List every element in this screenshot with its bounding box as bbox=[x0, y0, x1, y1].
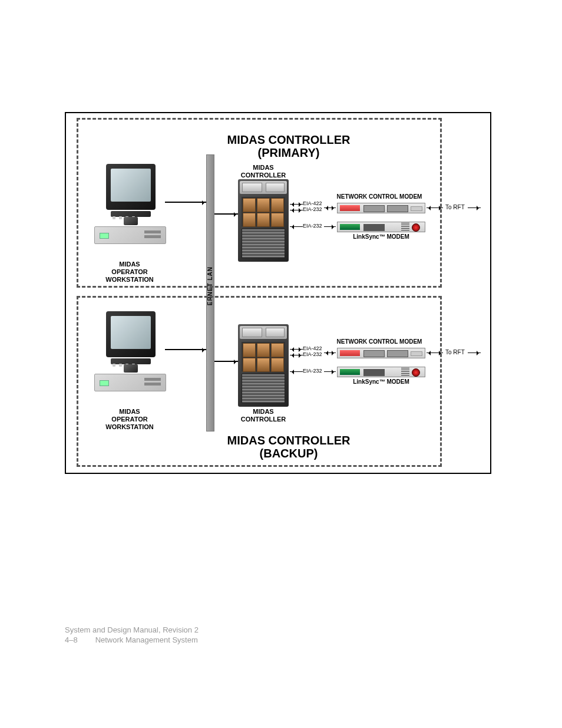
backup-workstation-label: MIDAS OPERATOR WORKSTATION bbox=[94, 408, 165, 431]
document-page: ERNET LAN MIDAS CONTROLLER (PRIMARY) MID… bbox=[0, 0, 562, 728]
connector-line bbox=[324, 353, 336, 353]
connector-line bbox=[290, 371, 303, 372]
backup-controller-label: MIDAS CONTROLLER bbox=[237, 408, 290, 423]
eia-232-label: EIA-232 bbox=[303, 223, 322, 229]
connector-line bbox=[427, 353, 443, 353]
text: WORKSTATION bbox=[105, 423, 153, 430]
backup-controller-rack-icon bbox=[238, 324, 289, 407]
connector-line bbox=[290, 204, 303, 205]
backup-linksync-label: LinkSync™ MODEM bbox=[331, 378, 431, 386]
text: MIDAS bbox=[253, 164, 273, 171]
connector-line bbox=[324, 371, 336, 372]
page-footer: System and Design Manual, Revision 2 4–8… bbox=[65, 625, 199, 645]
to-rft-label: To RFT bbox=[445, 204, 465, 210]
connector-line bbox=[468, 207, 481, 208]
connector-line bbox=[324, 226, 336, 227]
connector-line bbox=[290, 226, 303, 227]
text: MIDAS bbox=[119, 408, 140, 415]
text: CONTROLLER bbox=[241, 172, 286, 179]
primary-workstation-label: MIDAS OPERATOR WORKSTATION bbox=[94, 261, 165, 284]
footer-line1: System and Design Manual, Revision 2 bbox=[65, 625, 199, 635]
backup-title-line2: (BACKUP) bbox=[212, 447, 365, 460]
text: CONTROLLER bbox=[241, 416, 286, 423]
connector-line bbox=[290, 349, 303, 350]
eia-422-label: EIA-422 bbox=[303, 200, 322, 206]
connector-line bbox=[214, 361, 238, 362]
backup-linksync-modem-icon bbox=[337, 367, 425, 377]
backup-title-line1: MIDAS CONTROLLER bbox=[212, 434, 365, 447]
connector-line bbox=[214, 213, 238, 215]
eia-232-label: EIA-232 bbox=[303, 351, 322, 357]
primary-title-line2: (PRIMARY) bbox=[212, 146, 365, 160]
eia-232-label: EIA-232 bbox=[303, 206, 322, 212]
primary-title-line1: MIDAS CONTROLLER bbox=[212, 133, 365, 147]
text: WORKSTATION bbox=[105, 276, 153, 283]
backup-ncm-label: NETWORK CONTROL MODEM bbox=[320, 338, 438, 345]
primary-controller-rack-icon bbox=[238, 179, 289, 262]
footer-section: Network Management System bbox=[95, 635, 198, 644]
text: MIDAS bbox=[253, 408, 273, 415]
connector-line bbox=[468, 353, 481, 353]
backup-network-control-modem-icon bbox=[337, 348, 425, 358]
text: MIDAS bbox=[119, 261, 140, 268]
eia-232-label: EIA-232 bbox=[303, 368, 322, 374]
text: OPERATOR bbox=[111, 416, 147, 423]
primary-controller-label: MIDAS CONTROLLER bbox=[237, 164, 290, 179]
footer-line2: 4–8 Network Management System bbox=[65, 635, 199, 645]
primary-linksync-modem-icon bbox=[337, 222, 425, 232]
text: OPERATOR bbox=[111, 268, 147, 275]
primary-network-control-modem-icon bbox=[337, 203, 425, 213]
primary-workstation-icon bbox=[94, 164, 165, 252]
connector-line bbox=[427, 207, 443, 208]
backup-workstation-icon bbox=[94, 311, 165, 400]
connector-line bbox=[165, 349, 206, 350]
eia-422-label: EIA-422 bbox=[303, 345, 322, 351]
connector-line bbox=[290, 355, 303, 355]
to-rft-label: To RFT bbox=[445, 349, 465, 355]
connector-line bbox=[324, 207, 336, 208]
primary-linksync-label: LinkSync™ MODEM bbox=[331, 233, 431, 241]
connector-line bbox=[165, 202, 206, 203]
primary-ncm-label: NETWORK CONTROL MODEM bbox=[320, 193, 438, 200]
connector-line bbox=[290, 210, 303, 210]
footer-page-number: 4–8 bbox=[65, 635, 93, 645]
diagram-figure: ERNET LAN MIDAS CONTROLLER (PRIMARY) MID… bbox=[65, 112, 491, 474]
